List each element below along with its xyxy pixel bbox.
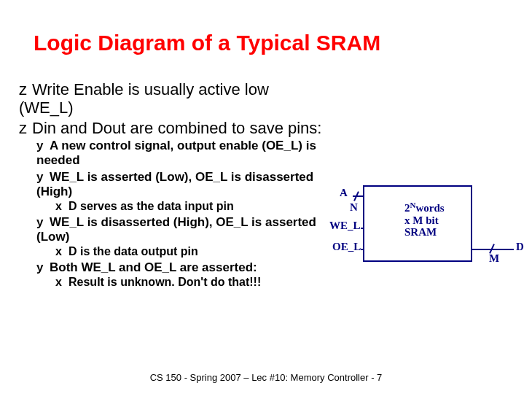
bullet-text: WE_L is asserted (Low), OE_L is disasser… [36,170,313,198]
bullet-glyph-z: z [19,119,32,137]
bullet-text: Din and Dout are combined to save pins: [32,119,321,137]
bullet-glyph-x: x [55,275,69,289]
bullet-text: Write Enable is usually active low (WE_L… [19,80,269,117]
sram-diagram: 2Nwords x M bit SRAM A N WE_L OE_L D M [328,185,525,273]
bullet-glyph-z: z [19,80,32,98]
box-l3: SRAM [404,226,437,238]
wire-A [353,195,363,197]
bullet-level3: xD is the data output pin [55,244,325,258]
bullet-text: Both WE_L and OE_L are asserted: [50,260,257,274]
wire-WE [361,228,364,229]
slide-title: Logic Diagram of a Typical SRAM [34,31,380,55]
sram-box-label: 2Nwords x M bit SRAM [404,202,445,239]
body-text: zWrite Enable is usually active low (WE_… [19,80,325,289]
label-WE-L: WE_L [329,220,361,232]
label-M: M [489,252,499,265]
bullet-text: A new control signal, output enable (OE_… [36,139,316,167]
wire-D [472,249,514,250]
bullet-glyph-y: y [36,170,50,185]
bullet-glyph-y: y [36,139,50,153]
box-l2: x M bit [404,214,439,226]
bullet-glyph-x: x [55,244,69,258]
wire-OE [361,249,364,250]
box-l1-pre: 2 [404,202,410,214]
bullet-level1: zDin and Dout are combined to save pins: [19,119,325,137]
bullet-text: D serves as the data input pin [69,200,234,212]
slide-footer: CS 150 - Spring 2007 – Lec #10: Memory C… [0,372,532,383]
label-D: D [516,241,524,253]
label-A: A [340,187,348,199]
bullet-glyph-y: y [36,215,50,230]
bullet-level1: zWrite Enable is usually active low (WE_… [19,80,325,117]
bullet-text: WE_L is disasserted (High), OE_L is asse… [36,215,316,244]
bullet-level2: yWE_L is asserted (Low), OE_L is disasse… [36,170,325,200]
bullet-glyph-y: y [36,260,50,275]
label-OE-L: OE_L [332,241,361,253]
label-N: N [350,201,358,214]
bullet-text: Result is unknown. Don't do that!!! [69,276,261,288]
box-l1-exp: N [410,201,416,209]
bullet-glyph-x: x [55,199,69,213]
slide: Logic Diagram of a Typical SRAM zWrite E… [0,0,532,399]
bullet-level2: yBoth WE_L and OE_L are asserted: [36,260,325,275]
bullet-level3: xResult is unknown. Don't do that!!! [55,275,325,289]
bullet-text: D is the data output pin [69,245,198,257]
bullet-level2: yWE_L is disasserted (High), OE_L is ass… [36,215,325,245]
bullet-level3: xD serves as the data input pin [55,199,325,213]
box-l1-post: words [415,202,444,214]
bullet-level2: yA new control signal, output enable (OE… [36,139,325,168]
